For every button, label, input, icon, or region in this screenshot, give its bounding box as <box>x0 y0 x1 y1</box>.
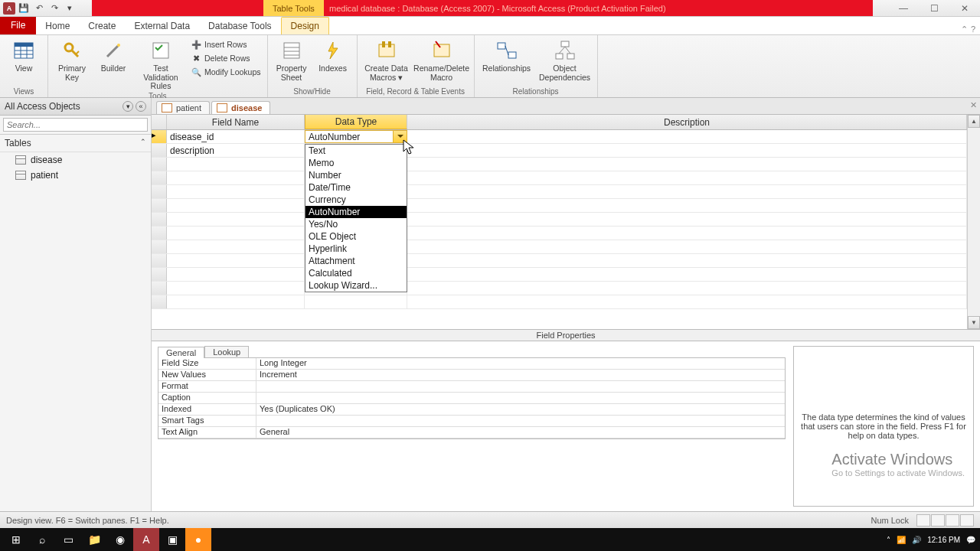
group-relationships-label: Relationships <box>513 86 559 97</box>
field-property-row[interactable]: New ValuesIncrement <box>158 370 785 381</box>
scroll-up-icon[interactable]: ▲ <box>968 115 980 128</box>
app-taskbar-icon[interactable]: ▣ <box>159 528 185 551</box>
document-tabs: patient disease ✕ <box>152 98 980 115</box>
dependencies-icon <box>553 38 577 63</box>
tab-design[interactable]: Design <box>281 17 329 34</box>
view-button[interactable]: View <box>5 37 43 73</box>
tab-create[interactable]: Create <box>79 18 125 34</box>
field-property-row[interactable]: IndexedYes (Duplicates OK) <box>158 404 785 416</box>
tab-external-data[interactable]: External Data <box>125 18 199 34</box>
field-property-row[interactable]: Format <box>158 381 785 393</box>
view-shortcuts[interactable] <box>916 514 974 527</box>
help-icon[interactable]: ? <box>971 24 975 34</box>
field-property-row[interactable]: Smart Tags <box>158 416 785 427</box>
tab-file[interactable]: File <box>0 16 36 34</box>
row-selector[interactable]: ▸ <box>152 130 167 143</box>
datatype-option[interactable]: AutoNumber <box>305 206 407 218</box>
row-selector-header[interactable] <box>152 115 167 129</box>
minimize-button[interactable]: — <box>888 0 919 17</box>
clock[interactable]: 12:16 PM <box>927 536 960 544</box>
object-dependencies-button[interactable]: Object Dependencies <box>537 37 593 82</box>
datatype-option[interactable]: Hyperlink <box>305 243 407 255</box>
svg-line-23 <box>505 46 508 55</box>
primary-key-button[interactable]: Primary Key <box>53 37 91 82</box>
task-view-icon[interactable]: ▭ <box>55 528 81 551</box>
close-button[interactable]: ✕ <box>949 0 980 17</box>
save-icon[interactable]: 💾 <box>17 2 31 15</box>
delete-rows-button[interactable]: ✖Delete Rows <box>189 52 263 64</box>
indexes-button[interactable]: Indexes <box>314 37 352 73</box>
test-validation-button[interactable]: Test Validation Rules <box>136 37 186 91</box>
nav-item-disease[interactable]: disease <box>0 152 151 168</box>
vertical-scrollbar[interactable]: ▲ ▼ <box>967 115 980 329</box>
close-tab-icon[interactable]: ✕ <box>970 100 977 110</box>
cell-data-type[interactable]: AutoNumber <box>305 130 407 143</box>
col-field-name[interactable]: Field Name <box>167 115 305 129</box>
datatype-option[interactable]: Lookup Wizard... <box>305 279 407 292</box>
nav-dropdown-icon[interactable]: ▾ <box>122 101 133 112</box>
datatype-dropdown-button[interactable] <box>393 131 407 142</box>
nav-group-collapse-icon[interactable]: ⌃ <box>140 138 146 148</box>
tab-home[interactable]: Home <box>36 18 79 34</box>
tab-database-tools[interactable]: Database Tools <box>199 18 281 34</box>
fp-tab-lookup[interactable]: Lookup <box>204 346 249 357</box>
fp-tab-general[interactable]: General <box>158 347 204 358</box>
datatype-option[interactable]: Yes/No <box>305 218 407 230</box>
nav-group-tables[interactable]: Tables <box>5 138 31 148</box>
doc-tab-patient[interactable]: patient <box>156 101 210 114</box>
datatype-dropdown-list[interactable]: TextMemoNumberDate/TimeCurrencyAutoNumbe… <box>305 144 407 292</box>
builder-button[interactable]: Builder <box>94 37 132 73</box>
cell-description[interactable] <box>407 130 967 143</box>
search-icon[interactable]: ⌕ <box>29 528 55 551</box>
rename-delete-macro-button[interactable]: Rename/Delete Macro <box>414 37 469 82</box>
minimize-ribbon-icon[interactable]: ⌃ <box>961 24 968 34</box>
svg-line-28 <box>565 47 570 54</box>
modify-lookups-button[interactable]: 🔍Modify Lookups <box>189 66 263 78</box>
field-property-row[interactable]: Field SizeLong Integer <box>158 358 785 370</box>
datatype-option[interactable]: Text <box>305 145 407 157</box>
system-tray[interactable]: ˄ 📶 🔊 12:16 PM 💬 <box>887 536 975 544</box>
undo-icon[interactable]: ↶ <box>32 2 46 15</box>
col-data-type[interactable]: Data Type <box>305 115 407 129</box>
search-input[interactable] <box>3 118 148 132</box>
datatype-option[interactable]: Date/Time <box>305 181 407 194</box>
cell-field-name[interactable]: disease_id <box>167 130 305 143</box>
chrome-icon[interactable]: ◉ <box>107 528 133 551</box>
qat-dropdown-icon[interactable]: ▾ <box>63 2 77 15</box>
datatype-option[interactable]: Calculated <box>305 267 407 279</box>
tray-chevron-icon[interactable]: ˄ <box>887 536 890 544</box>
file-explorer-icon[interactable]: 📁 <box>81 528 107 551</box>
notifications-icon[interactable]: 💬 <box>966 536 975 544</box>
nav-header[interactable]: All Access Objects <box>5 101 80 112</box>
volume-icon[interactable]: 🔊 <box>912 536 921 544</box>
field-property-row[interactable]: Text AlignGeneral <box>158 427 785 439</box>
network-icon[interactable]: 📶 <box>897 536 906 544</box>
datatype-option[interactable]: Attachment <box>305 255 407 267</box>
group-events-label: Field, Record & Table Events <box>366 86 465 97</box>
create-data-macros-button[interactable]: Create Data Macros ▾ <box>362 37 411 82</box>
access-taskbar-icon[interactable]: A <box>133 528 159 551</box>
col-description[interactable]: Description <box>407 115 967 129</box>
maximize-button[interactable]: ☐ <box>919 0 949 17</box>
insert-rows-button[interactable]: ➕Insert Rows <box>189 38 263 51</box>
scroll-down-icon[interactable]: ▼ <box>968 316 980 329</box>
nav-collapse-icon[interactable]: « <box>136 101 146 112</box>
start-button[interactable]: ⊞ <box>3 528 29 551</box>
datatype-option[interactable]: Memo <box>305 157 407 169</box>
datatype-option[interactable]: OLE Object <box>305 230 407 243</box>
cell-description[interactable] <box>407 144 967 157</box>
property-sheet-button[interactable]: Property Sheet <box>273 37 311 82</box>
cell-field-name[interactable]: description <box>167 144 305 157</box>
table-icon <box>162 103 172 112</box>
app-taskbar-icon[interactable]: ● <box>185 528 211 551</box>
row-selector[interactable] <box>152 144 167 157</box>
datatype-option[interactable]: Number <box>305 169 407 181</box>
relationships-button[interactable]: Relationships <box>479 37 534 73</box>
field-property-row[interactable]: Caption <box>158 393 785 404</box>
contextual-tab-label: Table Tools <box>263 0 324 16</box>
insert-row-icon: ➕ <box>191 39 201 50</box>
doc-tab-disease[interactable]: disease <box>211 101 270 114</box>
nav-item-patient[interactable]: patient <box>0 168 151 183</box>
datatype-option[interactable]: Currency <box>305 194 407 206</box>
redo-icon[interactable]: ↷ <box>47 2 61 15</box>
